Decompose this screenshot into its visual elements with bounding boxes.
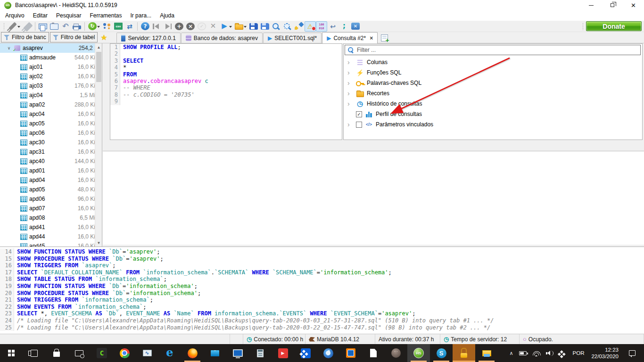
expand-chevron-icon[interactable] bbox=[347, 100, 353, 107]
tab-server[interactable]: Servidor: 127.0.0.1 bbox=[116, 33, 180, 43]
go-first-button[interactable] bbox=[151, 21, 162, 32]
sidebar-item-apa02[interactable]: apa02288,0 KiB bbox=[0, 100, 102, 109]
discard-changes-button[interactable]: ✕ bbox=[207, 21, 219, 32]
dropdown-caret-icon[interactable] bbox=[97, 26, 100, 29]
toolbar-grip[interactable] bbox=[3, 23, 5, 30]
taskbar-app-calculator[interactable] bbox=[249, 344, 272, 362]
taskbar-app-remote-desktop[interactable] bbox=[68, 344, 91, 362]
new-query-tab-button[interactable] bbox=[381, 34, 388, 41]
database-filter-button[interactable]: Filtro de banc bbox=[1, 32, 49, 42]
helper-item-fun-es-sql[interactable]: Funções SQL bbox=[344, 67, 642, 78]
export-csv-button[interactable]: csv bbox=[113, 21, 124, 32]
expand-chevron-icon[interactable] bbox=[347, 80, 353, 86]
sidebar-item-asaprev[interactable]: asaprev254,2 ... bbox=[0, 43, 102, 53]
sidebar-item-apc31[interactable]: apc3116,0 KiB bbox=[0, 147, 102, 156]
sidebar-item-apd04[interactable]: apd0416,0 KiB bbox=[0, 175, 102, 185]
taskbar-app-gimp[interactable] bbox=[385, 344, 407, 362]
close-button[interactable]: ✕ bbox=[623, 0, 644, 10]
open-file-button[interactable] bbox=[233, 21, 248, 32]
helper-item-palavras-chaves-sql[interactable]: Palavras-chaves SQL bbox=[344, 78, 642, 88]
taskbar-app-cmder[interactable] bbox=[91, 344, 113, 362]
sidebar-item-apc40[interactable]: apc40144,0 KiB bbox=[0, 156, 102, 166]
taskbar-app-system-monitor[interactable] bbox=[136, 344, 158, 362]
taskbar-app-file-explorer[interactable] bbox=[475, 344, 498, 362]
dropdown-caret-icon[interactable] bbox=[229, 26, 232, 29]
expand-chevron-icon[interactable] bbox=[347, 90, 353, 97]
checkbox-checked[interactable] bbox=[356, 111, 362, 117]
tray-volume[interactable] bbox=[543, 344, 557, 362]
refresh-button[interactable]: ↻ bbox=[87, 21, 101, 32]
tray-dropbox[interactable] bbox=[557, 344, 570, 362]
sidebar-item-apd08[interactable]: apd086,5 MiB bbox=[0, 213, 102, 222]
sidebar-item-ajc03[interactable]: ajc03176,0 KiB bbox=[0, 81, 102, 90]
tab-database[interactable]: Banco de dados: asaprev bbox=[181, 33, 263, 43]
donate-button[interactable]: Donate bbox=[586, 21, 642, 31]
save-snippet-button[interactable] bbox=[259, 21, 271, 32]
save-file-button[interactable] bbox=[248, 21, 259, 32]
helpers-filter-input[interactable] bbox=[357, 47, 640, 53]
clear-editor-button[interactable]: ✕ bbox=[350, 21, 361, 32]
expand-chevron-icon[interactable] bbox=[347, 59, 353, 66]
scroll-down-icon[interactable]: ▼ bbox=[95, 239, 102, 247]
scrollbar-thumb[interactable] bbox=[96, 52, 101, 82]
expand-chevron-icon[interactable] bbox=[347, 121, 353, 128]
tray-wifi[interactable] bbox=[529, 344, 543, 362]
tab-query-1[interactable]: SELECT001.sql* bbox=[263, 33, 322, 43]
helper-item-par-metros-vinculados[interactable]: Parâmetros vinculados bbox=[344, 119, 642, 130]
menu-item-arquivo[interactable]: Arquivo bbox=[1, 10, 29, 21]
sql-editor[interactable]: 1SHOW PROFILE ALL;23SELECT4*5FROM6asapre… bbox=[110, 43, 342, 140]
taskbar-app-delphi[interactable] bbox=[339, 344, 362, 362]
reformat-code-button[interactable] bbox=[293, 21, 305, 32]
delimiter-button[interactable]: ; bbox=[339, 21, 350, 32]
maximize-button[interactable] bbox=[602, 0, 623, 10]
taskbar-app-password-lock[interactable] bbox=[453, 344, 475, 362]
taskbar-app-chrome[interactable] bbox=[113, 344, 136, 362]
menu-item-ferramentas[interactable]: Ferramentas bbox=[85, 10, 126, 21]
paste-button[interactable] bbox=[49, 21, 60, 32]
dropdown-caret-icon[interactable] bbox=[17, 26, 20, 29]
tab-query-2[interactable]: Consulta #2* bbox=[322, 32, 378, 43]
tray-battery[interactable] bbox=[516, 344, 529, 362]
tray-chevron-up[interactable] bbox=[506, 344, 516, 362]
print-button[interactable] bbox=[71, 21, 83, 32]
binary-view-button[interactable] bbox=[316, 21, 327, 32]
favorites-button[interactable]: ★ bbox=[98, 32, 110, 42]
taskbar-app-store[interactable] bbox=[45, 344, 68, 362]
helpers-filter-box[interactable] bbox=[345, 45, 641, 55]
helper-item-recortes[interactable]: Recortes bbox=[344, 88, 642, 99]
sidebar-item-apc30[interactable]: apc3016,0 KiB bbox=[0, 138, 102, 147]
taskbar-app-red-launcher[interactable] bbox=[272, 344, 294, 362]
sidebar-item-apc06[interactable]: apc0616,0 KiB bbox=[0, 128, 102, 138]
sidebar-item-apd07[interactable]: apd0716,0 KiB bbox=[0, 204, 102, 213]
go-last-button[interactable] bbox=[162, 21, 173, 32]
stop-on-error-button[interactable]: ⚠ bbox=[305, 21, 316, 32]
sidebar-item-apd41[interactable]: apd4116,0 KiB bbox=[0, 222, 102, 232]
undo-button[interactable]: ↶ bbox=[60, 21, 71, 32]
sidebar-item-apd06[interactable]: apd0696,0 KiB bbox=[0, 194, 102, 204]
scroll-up-icon[interactable]: ▲ bbox=[95, 43, 102, 51]
helper-item-colunas[interactable]: Colunas bbox=[344, 57, 642, 67]
sidebar-item-apd45[interactable]: apd4516,0 KiB bbox=[0, 241, 102, 247]
menu-item-ajuda[interactable]: Ajuda bbox=[156, 10, 179, 21]
run-query-button[interactable]: ▶ bbox=[219, 21, 233, 32]
taskbar-app-mail[interactable] bbox=[204, 344, 226, 362]
find-replace-button[interactable] bbox=[282, 21, 293, 32]
disconnect-button[interactable] bbox=[22, 21, 33, 32]
sidebar-item-admsaude[interactable]: admsaude544,0 KiB bbox=[0, 53, 102, 62]
taskbar-app-skype[interactable] bbox=[430, 344, 453, 362]
copy-button[interactable] bbox=[37, 21, 49, 32]
action-center-button[interactable] bbox=[622, 344, 642, 362]
taskbar-clock[interactable]: 12:2322/03/2020 bbox=[587, 346, 622, 360]
sidebar-item-ajc04[interactable]: ajc041,5 MiB bbox=[0, 90, 102, 100]
sidebar-item-apd44[interactable]: apd4416,0 KiB bbox=[0, 232, 102, 241]
tab-close-icon[interactable] bbox=[370, 35, 373, 41]
sidebar-item-apc04[interactable]: apc0416,0 KiB bbox=[0, 109, 102, 119]
help-button[interactable]: ? bbox=[140, 21, 151, 32]
add-record-button[interactable]: + bbox=[173, 21, 185, 32]
taskbar-app-libreoffice[interactable] bbox=[362, 344, 385, 362]
find-button[interactable] bbox=[271, 21, 282, 32]
taskbar-app-heidisql[interactable] bbox=[407, 344, 430, 362]
donate-toolbar-grip[interactable] bbox=[582, 23, 584, 30]
sidebar-item-ajc01[interactable]: ajc0116,0 KiB bbox=[0, 62, 102, 72]
taskbar-app-dropbox[interactable] bbox=[294, 344, 317, 362]
